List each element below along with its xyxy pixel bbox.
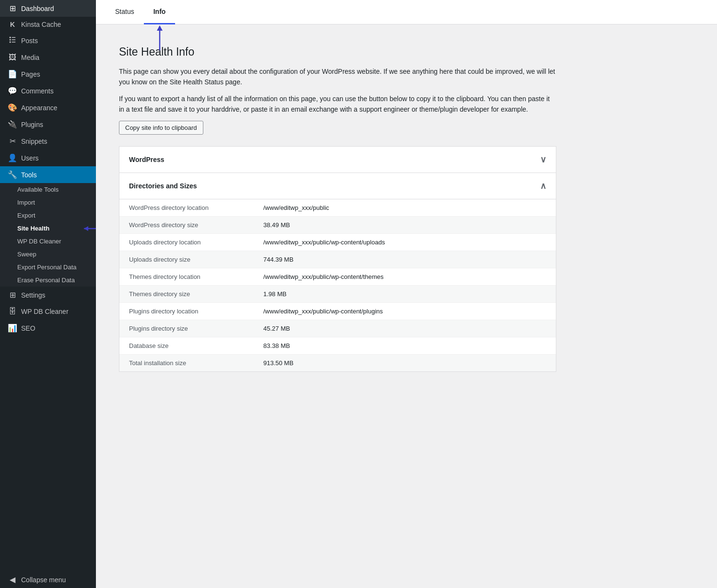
sidebar-item-settings[interactable]: ⊞ Settings xyxy=(0,287,96,303)
row-value: /www/editwp_xxx/public/wp-content/themes xyxy=(254,268,556,285)
tab-info-wrapper: Info xyxy=(144,0,176,24)
sidebar-item-media[interactable]: 🖼 Media xyxy=(0,49,96,66)
svg-rect-5 xyxy=(12,42,15,43)
accordion-wordpress: WordPress ∨ xyxy=(119,146,556,173)
row-label: Themes directory size xyxy=(119,285,254,302)
tools-submenu: Available Tools Import Export Site Healt… xyxy=(0,183,96,287)
submenu-available-tools[interactable]: Available Tools xyxy=(0,183,96,196)
plugins-icon: 🔌 xyxy=(8,120,17,129)
accordion-wordpress-chevron: ∨ xyxy=(540,154,546,165)
submenu-export[interactable]: Export xyxy=(0,209,96,222)
submenu-import[interactable]: Import xyxy=(0,196,96,209)
table-row: Uploads directory size 744.39 MB xyxy=(119,251,556,268)
sidebar-arrow-annotation xyxy=(82,224,96,233)
row-label: Plugins directory location xyxy=(119,302,254,320)
row-label: Themes directory location xyxy=(119,268,254,285)
sidebar-item-collapse[interactable]: ◀ Collapse menu xyxy=(0,571,96,588)
tabs-bar: Status Info xyxy=(96,0,717,24)
sidebar-item-snippets[interactable]: ✂ Snippets xyxy=(0,133,96,150)
main-wrapper: Status Info Site Health Info This page c… xyxy=(96,0,717,588)
sidebar-item-pages[interactable]: 📄 Pages xyxy=(0,66,96,82)
accordion-wordpress-header[interactable]: WordPress ∨ xyxy=(119,147,556,173)
row-label: Database size xyxy=(119,337,254,354)
row-label: WordPress directory location xyxy=(119,199,254,216)
row-value: /www/editwp_xxx/public/wp-content/plugin… xyxy=(254,302,556,320)
description-1: This page can show you every detail abou… xyxy=(119,66,556,88)
row-value: 913.50 MB xyxy=(254,354,556,371)
dashboard-icon: ⊞ xyxy=(8,4,17,13)
svg-rect-3 xyxy=(12,39,15,40)
row-label: Total installation size xyxy=(119,354,254,371)
content-area: Site Health Info This page can show you … xyxy=(107,34,568,383)
row-value: /www/editwp_xxx/public/wp-content/upload… xyxy=(254,233,556,251)
svg-marker-7 xyxy=(84,226,88,231)
tab-info[interactable]: Info xyxy=(144,0,176,24)
submenu-erase-personal-data[interactable]: Erase Personal Data xyxy=(0,274,96,287)
accordion-directories-header[interactable]: Directories and Sizes ∧ xyxy=(119,173,556,199)
table-row: Database size 83.38 MB xyxy=(119,337,556,354)
row-value: 744.39 MB xyxy=(254,251,556,268)
submenu-wp-db-cleaner[interactable]: WP DB Cleaner xyxy=(0,235,96,248)
table-row: WordPress directory location /www/editwp… xyxy=(119,199,556,216)
row-label: Plugins directory size xyxy=(119,320,254,337)
svg-point-2 xyxy=(10,39,11,40)
svg-rect-1 xyxy=(12,37,15,38)
sidebar-item-comments[interactable]: 💬 Comments xyxy=(0,82,96,99)
media-icon: 🖼 xyxy=(8,53,17,62)
table-row: Themes directory size 1.98 MB xyxy=(119,285,556,302)
sidebar-item-dashboard[interactable]: ⊞ Dashboard xyxy=(0,0,96,17)
page-title: Site Health Info xyxy=(119,46,556,58)
wp-db-cleaner-icon: 🗄 xyxy=(8,307,17,316)
table-row: Plugins directory location /www/editwp_x… xyxy=(119,302,556,320)
kinsta-icon: K xyxy=(8,21,17,28)
row-label: Uploads directory size xyxy=(119,251,254,268)
sidebar-item-plugins[interactable]: 🔌 Plugins xyxy=(0,116,96,133)
tab-status[interactable]: Status xyxy=(106,0,144,24)
submenu-sweep[interactable]: Sweep xyxy=(0,248,96,261)
table-row: Total installation size 913.50 MB xyxy=(119,354,556,371)
sidebar-item-appearance[interactable]: 🎨 Appearance xyxy=(0,99,96,116)
tabs-bar-container: Status Info xyxy=(96,0,717,24)
accordion-directories-chevron: ∧ xyxy=(540,181,546,191)
collapse-icon: ◀ xyxy=(8,575,17,584)
sidebar-item-users[interactable]: 👤 Users xyxy=(0,150,96,166)
posts-icon xyxy=(8,36,17,46)
pages-icon: 📄 xyxy=(8,69,17,79)
accordion-directories-title: Directories and Sizes xyxy=(129,182,197,190)
row-value: /www/editwp_xxx/public xyxy=(254,199,556,216)
svg-point-0 xyxy=(10,37,11,38)
accordion-wordpress-title: WordPress xyxy=(129,156,165,163)
accordion-directories-body: WordPress directory location /www/editwp… xyxy=(119,199,556,371)
table-row: Themes directory location /www/editwp_xx… xyxy=(119,268,556,285)
comments-icon: 💬 xyxy=(8,86,17,95)
tools-icon: 🔧 xyxy=(8,170,17,179)
sidebar-item-tools[interactable]: 🔧 Tools xyxy=(0,166,96,183)
row-value: 45.27 MB xyxy=(254,320,556,337)
row-value: 1.98 MB xyxy=(254,285,556,302)
row-value: 38.49 MB xyxy=(254,216,556,233)
row-label: WordPress directory size xyxy=(119,216,254,233)
directories-table: WordPress directory location /www/editwp… xyxy=(119,199,556,371)
description-2: If you want to export a handy list of al… xyxy=(119,93,556,115)
table-row: Plugins directory size 45.27 MB xyxy=(119,320,556,337)
submenu-export-personal-data[interactable]: Export Personal Data xyxy=(0,261,96,274)
sidebar: ⊞ Dashboard K Kinsta Cache Posts 🖼 Media… xyxy=(0,0,96,588)
svg-point-4 xyxy=(10,41,11,43)
svg-marker-9 xyxy=(157,25,163,31)
seo-icon: 📊 xyxy=(8,323,17,333)
sidebar-item-kinsta-cache[interactable]: K Kinsta Cache xyxy=(0,17,96,32)
sidebar-item-posts[interactable]: Posts xyxy=(0,32,96,49)
snippets-icon: ✂ xyxy=(8,137,17,146)
row-label: Uploads directory location xyxy=(119,233,254,251)
sidebar-item-seo[interactable]: 📊 SEO xyxy=(0,320,96,336)
sidebar-item-wp-db-cleaner[interactable]: 🗄 WP DB Cleaner xyxy=(0,303,96,320)
row-value: 83.38 MB xyxy=(254,337,556,354)
tab-arrow-annotation xyxy=(155,24,165,53)
content-wrapper: Site Health Info This page can show you … xyxy=(96,24,717,588)
copy-site-info-button[interactable]: Copy site info to clipboard xyxy=(119,121,203,135)
accordion-directories: Directories and Sizes ∧ WordPress direct… xyxy=(119,173,556,372)
table-row: WordPress directory size 38.49 MB xyxy=(119,216,556,233)
table-row: Uploads directory location /www/editwp_x… xyxy=(119,233,556,251)
submenu-site-health-wrapper: Site Health xyxy=(0,222,96,235)
settings-icon: ⊞ xyxy=(8,290,17,300)
